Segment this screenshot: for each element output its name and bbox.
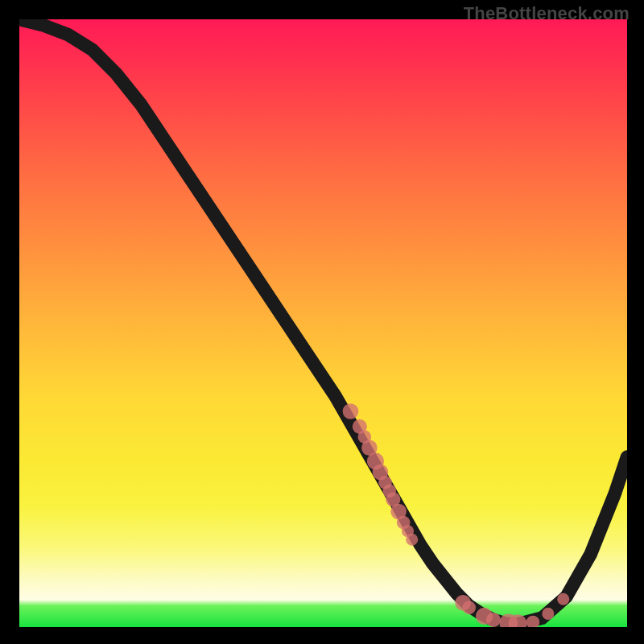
data-point xyxy=(557,593,569,605)
curve-layer xyxy=(19,19,627,627)
data-point xyxy=(406,534,418,546)
chart-container: TheBottleneck.com xyxy=(0,0,644,644)
data-point xyxy=(486,613,501,627)
data-point xyxy=(343,403,359,419)
plot-area xyxy=(19,19,627,627)
data-point xyxy=(462,601,476,615)
data-point xyxy=(542,608,554,620)
bottleneck-curve xyxy=(19,19,627,624)
watermark-label: TheBottleneck.com xyxy=(464,3,630,24)
